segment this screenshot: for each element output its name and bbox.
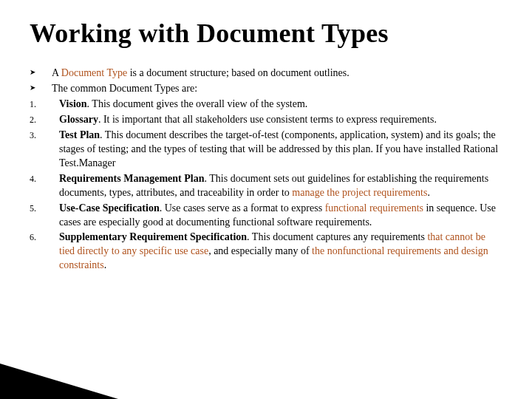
item-head: Vision [59, 98, 87, 109]
list-body: Use-Case Specification. Use cases serve … [52, 202, 502, 230]
item-head: Supplementary Requirement Specification [59, 231, 247, 242]
page-title: Working with Document Types [30, 18, 502, 49]
item-tail: . This document gives the overall view o… [87, 98, 308, 109]
bullet-row-intro2: ➤ The common Document Types are: [30, 82, 502, 96]
item-tail-a: . This document captures any requirement… [247, 231, 427, 242]
list-body: Vision. This document gives the overall … [52, 98, 502, 112]
item-tail-a: . Use cases serve as a format to express [160, 202, 325, 214]
list-number: 4. [30, 172, 52, 200]
item-tail: . This document describes the target-of-… [59, 129, 498, 168]
list-number: 6. [30, 231, 52, 273]
arrow-icon: ➤ [30, 66, 52, 81]
link-document-type[interactable]: Document Type [61, 67, 127, 78]
list-item: 2. Glossary. It is important that all st… [30, 113, 502, 127]
text: A [52, 67, 61, 78]
list-number: 1. [30, 98, 52, 112]
item-head: Use-Case Specification [59, 202, 160, 214]
triangle-red-icon [0, 368, 222, 399]
list-body: Glossary. It is important that all stake… [52, 113, 502, 127]
list-item: 3. Test Plan. This document describes th… [30, 129, 502, 171]
slide: Working with Document Types ➤ A Document… [0, 0, 532, 399]
item-head: Glossary [59, 114, 98, 125]
item-tail-b: . [427, 187, 430, 198]
corner-decoration [0, 318, 222, 399]
item-tail-b: . [104, 259, 107, 270]
item-tail: . It is important that all stakeholders … [98, 114, 437, 125]
list-number: 3. [30, 129, 52, 171]
intro-line-1: A Document Type is a document structure;… [52, 66, 502, 81]
list-number: 5. [30, 202, 52, 230]
intro-line-2: The common Document Types are: [52, 82, 502, 96]
list-item: 4. Requirements Management Plan. This do… [30, 172, 502, 200]
list-item: 5. Use-Case Specification. Use cases ser… [30, 202, 502, 230]
link-manage-requirements[interactable]: manage the project requirements [292, 187, 427, 198]
list-body: Requirements Management Plan. This docum… [52, 172, 502, 200]
bullet-row-intro1: ➤ A Document Type is a document structur… [30, 66, 502, 81]
list-item: 1. Vision. This document gives the overa… [30, 98, 502, 112]
triangle-black-icon [0, 355, 192, 399]
list-number: 2. [30, 113, 52, 127]
list-body: Test Plan. This document describes the t… [52, 129, 502, 171]
list-item: 6. Supplementary Requirement Specificati… [30, 231, 502, 273]
text: is a document structure; based on docume… [127, 67, 349, 78]
link-functional-requirements[interactable]: functional requirements [325, 202, 423, 214]
content: ➤ A Document Type is a document structur… [30, 66, 502, 273]
list-body: Supplementary Requirement Specification.… [52, 231, 502, 273]
item-head: Test Plan [59, 129, 100, 140]
item-mid: , and especially many of [208, 245, 312, 256]
item-head: Requirements Management Plan [59, 173, 205, 184]
arrow-icon: ➤ [30, 82, 52, 96]
